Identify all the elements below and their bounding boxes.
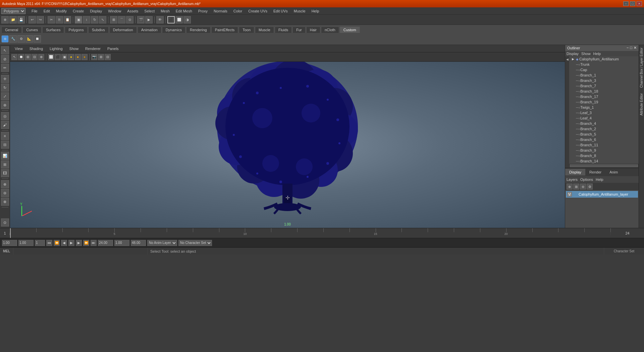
shelf-tab-general[interactable]: General — [1, 27, 22, 33]
range-end-input[interactable] — [98, 240, 113, 246]
layer-color-swatch[interactable] — [573, 192, 577, 196]
shelf-tab-dynamics[interactable]: Dynamics — [162, 27, 185, 33]
vpt-btn-4[interactable]: ⊟ — [32, 54, 38, 60]
lt-soft-select[interactable]: ◎ — [1, 112, 9, 120]
next-keyframe-button[interactable]: ⏩ — [83, 240, 89, 246]
menu-help[interactable]: Help — [309, 8, 322, 14]
layer-menu-options[interactable]: Options — [580, 178, 593, 182]
outliner-item-branch17[interactable]: ─○ Branch_17 — [569, 94, 639, 99]
layer-visibility-checkbox[interactable]: V — [567, 192, 572, 197]
layer-new[interactable]: ⊕ — [567, 184, 573, 190]
outliner-item-branch14[interactable]: ─○ Branch_14 — [569, 158, 639, 164]
lt-extra-2[interactable]: ⊖ — [1, 189, 9, 197]
outliner-item-branch4[interactable]: ─○ Branch_4 — [569, 121, 639, 126]
layer-tab-render[interactable]: Render — [585, 169, 605, 175]
toolbar-select-btn[interactable]: ▣ — [75, 16, 82, 23]
shelf-tab-subdivs[interactable]: Subdivs — [88, 27, 109, 33]
vp-menu-panels[interactable]: Panels — [105, 46, 121, 51]
menu-create-uvs[interactable]: Create UVs — [246, 8, 270, 14]
vp-menu-show[interactable]: Show — [67, 46, 82, 51]
layer-tab-anim[interactable]: Anim — [605, 169, 622, 175]
side-tab-channel[interactable]: Channel Box / Layer Editor — [639, 45, 644, 91]
outliner-menu-display[interactable]: Display — [567, 52, 579, 56]
menu-modify[interactable]: Modify — [53, 8, 69, 14]
mel-input[interactable] — [13, 248, 148, 255]
outliner-item-branch8[interactable]: ─○ Branch_8 — [569, 153, 639, 158]
toolbar-btn-5[interactable]: ↪ — [37, 16, 44, 23]
next-frame-button[interactable]: ▶ — [76, 240, 82, 246]
timeline-ruler[interactable]: 15101520 — [10, 228, 610, 238]
outliner-item-branch3[interactable]: ─○ Branch_3 — [569, 78, 639, 83]
shelf-icon-4[interactable]: 📐 — [25, 35, 33, 43]
layer-menu-layers[interactable]: Layers — [567, 178, 578, 182]
toolbar-btn-1[interactable]: ⊕ — [1, 16, 9, 23]
toolbar-btn-3[interactable]: 💾 — [17, 16, 25, 23]
toolbar-btn-8[interactable]: 📋 — [64, 16, 71, 23]
outliner-close[interactable]: ✕ — [634, 46, 637, 50]
shelf-tab-surfaces[interactable]: Surfaces — [42, 27, 64, 33]
shelf-tab-hair[interactable]: Hair — [306, 27, 320, 33]
go-to-end-button[interactable]: ⏭ — [91, 240, 97, 246]
lt-scale[interactable]: ⤢ — [1, 92, 9, 100]
toolbar-extra-3[interactable]: ◑ — [183, 16, 191, 23]
vpt-smooth[interactable]: ⬛ — [55, 54, 61, 60]
outliner-item-branch7[interactable]: ─○ Branch_7 — [569, 83, 639, 89]
outliner-item-twigs1[interactable]: ─○ Twigs_1 — [569, 105, 639, 110]
toolbar-move-btn[interactable]: ↕ — [83, 16, 90, 23]
lt-anim[interactable]: 🎞 — [1, 169, 9, 177]
toolbar-scale-btn[interactable]: ⤡ — [99, 16, 106, 23]
shelf-tab-curves[interactable]: Curves — [22, 27, 42, 33]
outliner-item-trunk[interactable]: ─○ Trunk — [569, 62, 639, 67]
maximize-button[interactable]: □ — [630, 1, 635, 6]
current-frame-input[interactable] — [18, 240, 34, 246]
toolbar-btn-6[interactable]: ✂ — [48, 16, 55, 23]
prev-frame-button[interactable]: ◀ — [61, 240, 67, 246]
menu-select[interactable]: Select — [142, 8, 157, 14]
frame-step-input[interactable] — [35, 240, 45, 246]
menu-normals[interactable]: Normals — [211, 8, 230, 14]
menu-mesh[interactable]: Mesh — [158, 8, 172, 14]
vpt-light1[interactable]: ● — [68, 54, 74, 60]
outliner-item-branch18[interactable]: ─○ Branch_18 — [569, 89, 639, 94]
layer-tab-display[interactable]: Display — [565, 169, 585, 175]
toolbar-btn-7[interactable]: ⎘ — [56, 16, 63, 23]
outliner-hscroll[interactable] — [569, 164, 639, 168]
outliner-item-root[interactable]: ▶ ◈ Calophyllum_Antillanum — [569, 56, 639, 62]
outliner-item-branch5[interactable]: ─○ Branch_5 — [569, 132, 639, 137]
menu-edit-uvs[interactable]: Edit UVs — [271, 8, 290, 14]
menu-display[interactable]: Display — [87, 8, 105, 14]
lt-bottom-1[interactable]: ⊙ — [1, 218, 9, 227]
toolbar-extra-1[interactable]: ⬛ — [167, 16, 175, 23]
toolbar-snap-point[interactable]: ⊙ — [126, 16, 133, 23]
menu-proxy[interactable]: Proxy — [196, 8, 210, 14]
lt-rotate[interactable]: ↻ — [1, 84, 9, 92]
outliner-item-branch19[interactable]: ─○ Branch_19 — [569, 99, 639, 105]
mode-dropdown[interactable]: Polygons — [1, 8, 25, 14]
vp-menu-view[interactable]: View — [12, 46, 25, 51]
toolbar-rotate-btn[interactable]: ↻ — [91, 16, 98, 23]
shelf-icon-2[interactable]: 🔧 — [9, 35, 17, 43]
lt-universal[interactable]: ⊛ — [1, 101, 9, 109]
vpt-btn-5[interactable]: ⊕ — [38, 54, 44, 60]
menu-edit[interactable]: Edit — [41, 8, 53, 14]
layer-delete[interactable]: ⊖ — [580, 184, 586, 190]
toolbar-btn-4[interactable]: ↩ — [29, 16, 36, 23]
shelf-icon-3[interactable]: ⚙ — [17, 35, 25, 43]
toolbar-snap-curve[interactable]: ⌒ — [118, 16, 125, 23]
lt-lasso[interactable]: ⊘ — [1, 55, 9, 63]
shelf-tab-custom[interactable]: Custom — [340, 27, 360, 33]
shelf-icon-1[interactable]: ⊕ — [1, 35, 9, 43]
shelf-tab-toon[interactable]: Toon — [239, 27, 254, 33]
layer-menu-help[interactable]: Help — [596, 178, 603, 182]
vp-menu-shading[interactable]: Shading — [27, 46, 46, 51]
shelf-tab-ncloth[interactable]: nCloth — [321, 27, 339, 33]
prev-keyframe-button[interactable]: ⏪ — [54, 240, 60, 246]
close-button[interactable]: ✕ — [637, 1, 642, 6]
anim-layer-select[interactable]: No Anim Layer — [147, 240, 177, 246]
lt-paint[interactable]: ✏ — [1, 64, 9, 72]
anim-start-input[interactable] — [2, 240, 17, 246]
shelf-tab-animation[interactable]: Animation — [138, 27, 161, 33]
shelf-icon-5[interactable]: 🔲 — [34, 35, 41, 43]
toolbar-render[interactable]: 🎬 — [137, 16, 145, 23]
outliner-item-cap[interactable]: ─○ Cap — [569, 67, 639, 72]
